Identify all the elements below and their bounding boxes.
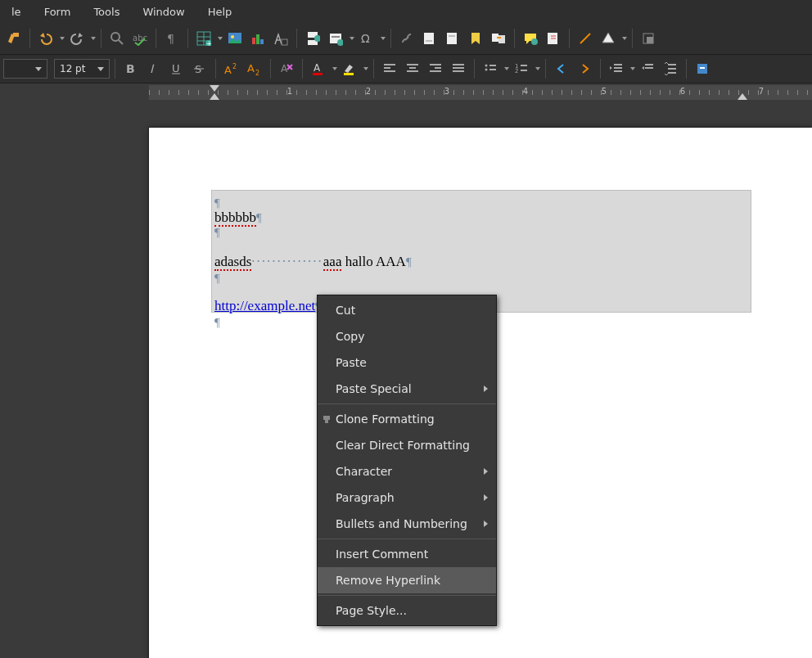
context-menu-item-page-style[interactable]: Page Style... — [318, 597, 496, 624]
context-menu-item-remove-hyperlink[interactable]: Remove Hyperlink — [318, 567, 496, 593]
ruler-number: 5 — [602, 87, 607, 96]
context-menu-item-cut[interactable]: Cut — [318, 297, 496, 323]
svg-rect-18 — [308, 40, 318, 45]
context-menu-item-paste-special[interactable]: Paste Special — [318, 376, 496, 402]
context-menu-item-label: Paragraph — [336, 491, 395, 504]
highlight-color-button[interactable] — [339, 58, 360, 79]
svg-rect-21 — [332, 36, 340, 38]
line-spacing-button[interactable] — [660, 58, 681, 79]
context-menu-item-label: Character — [336, 465, 392, 478]
ruler-number: 3 — [444, 87, 449, 96]
spellcheck-button[interactable]: abc — [129, 28, 151, 49]
increase-indent-button[interactable] — [606, 58, 627, 79]
toolbar-standard: abc ¶ + Ω — [0, 23, 812, 55]
svg-rect-78 — [697, 64, 707, 74]
ruler-number: 6 — [680, 87, 685, 96]
font-name-select[interactable] — [3, 59, 47, 79]
font-size-select[interactable]: 12 pt — [54, 59, 110, 79]
insert-endnote-button[interactable] — [442, 28, 463, 49]
insert-cross-reference-button[interactable] — [488, 28, 509, 49]
bold-button[interactable]: B — [120, 58, 142, 79]
undo-button[interactable] — [35, 28, 56, 49]
svg-text:B: B — [126, 62, 135, 75]
align-center-button[interactable] — [402, 58, 423, 79]
svg-rect-30 — [498, 35, 505, 43]
menu-bar: le Form Tools Window Help — [0, 0, 812, 23]
insert-comment-button[interactable] — [520, 28, 541, 49]
redo-button[interactable] — [66, 28, 88, 49]
context-menu-item-character[interactable]: Character — [318, 458, 496, 484]
clone-formatting-button[interactable] — [3, 28, 25, 49]
context-menu-item-insert-comment[interactable]: Insert Comment — [318, 541, 496, 567]
context-menu-item-bullets-and-numbering[interactable]: Bullets and Numbering — [318, 511, 496, 537]
strikethrough-button[interactable]: S — [189, 58, 210, 79]
svg-text:1: 1 — [515, 63, 518, 70]
svg-rect-17 — [308, 32, 318, 38]
formatting-marks-button[interactable]: ¶ — [161, 28, 183, 49]
submenu-arrow-icon — [484, 494, 488, 501]
menu-item-window[interactable]: Window — [131, 2, 196, 21]
hyperlink-line[interactable]: http://example.net¶ — [214, 298, 321, 314]
underline-button[interactable]: U — [166, 58, 187, 79]
svg-text:¶: ¶ — [167, 32, 174, 45]
context-menu-item-paste[interactable]: Paste — [318, 349, 496, 376]
paragraph-spacing-button[interactable] — [692, 58, 713, 79]
svg-rect-11 — [228, 33, 241, 43]
svg-point-12 — [231, 35, 234, 38]
track-changes-button[interactable] — [543, 28, 564, 49]
svg-point-62 — [485, 65, 488, 67]
number-list-button[interactable]: 12 — [511, 58, 532, 79]
basic-shapes-button[interactable] — [598, 28, 619, 49]
menu-item-table-truncated[interactable]: le — [0, 2, 33, 21]
bullet-list-button[interactable] — [480, 58, 501, 79]
context-menu-item-paragraph[interactable]: Paragraph — [318, 484, 496, 511]
menu-item-tools[interactable]: Tools — [82, 2, 131, 21]
horizontal-ruler[interactable]: 1234567 — [149, 85, 812, 100]
insert-chart-button[interactable] — [247, 28, 268, 49]
svg-rect-34 — [643, 34, 653, 43]
align-right-button[interactable] — [425, 58, 446, 79]
insert-line-button[interactable] — [575, 28, 596, 49]
outline-demote-button[interactable] — [574, 58, 595, 79]
insert-hyperlink-button[interactable] — [396, 28, 417, 49]
insert-special-char-button[interactable]: Ω — [356, 28, 377, 49]
insert-page-break-button[interactable] — [302, 28, 323, 49]
context-menu-item-copy[interactable]: Copy — [318, 323, 496, 349]
context-menu-item-clear-direct-formatting[interactable]: Clear Direct Formatting — [318, 432, 496, 458]
superscript-button[interactable]: A2 — [221, 58, 242, 79]
insert-footnote-button[interactable] — [419, 28, 440, 49]
menu-item-help[interactable]: Help — [196, 2, 244, 21]
subscript-button[interactable]: A2 — [244, 58, 265, 79]
align-left-button[interactable] — [379, 58, 400, 79]
font-color-button[interactable]: A — [308, 58, 329, 79]
find-replace-button[interactable] — [106, 28, 128, 49]
insert-image-button[interactable] — [224, 28, 246, 49]
draw-functions-button[interactable] — [638, 28, 659, 49]
submenu-arrow-icon — [484, 385, 488, 392]
ruler-number: 1 — [287, 87, 292, 96]
svg-text:S: S — [195, 63, 201, 75]
svg-rect-13 — [252, 38, 255, 44]
clear-formatting-button[interactable]: A — [276, 58, 297, 79]
svg-rect-27 — [447, 33, 457, 44]
svg-rect-15 — [260, 39, 264, 44]
insert-textbox-button[interactable] — [270, 28, 291, 49]
outline-promote-button[interactable] — [551, 58, 572, 79]
text-line-1[interactable]: bbbbbb¶ — [214, 210, 262, 226]
text-line-2[interactable]: adasds··············aaa hallo AAA¶ — [214, 254, 412, 270]
context-menu-item-label: Paste — [336, 356, 367, 369]
svg-point-31 — [531, 38, 538, 45]
align-justify-button[interactable] — [448, 58, 469, 79]
svg-rect-35 — [647, 37, 653, 43]
decrease-indent-button[interactable] — [637, 58, 658, 79]
italic-button[interactable]: I — [143, 58, 165, 79]
right-indent-marker[interactable] — [738, 85, 747, 100]
svg-line-33 — [580, 34, 590, 43]
insert-field-button[interactable] — [325, 28, 346, 49]
insert-table-button[interactable]: + — [193, 28, 214, 49]
context-menu-separator — [318, 403, 496, 404]
insert-bookmark-button[interactable] — [465, 28, 486, 49]
menu-item-form[interactable]: Form — [33, 2, 83, 21]
context-menu-item-clone-formatting[interactable]: Clone Formatting — [318, 406, 496, 432]
svg-text:Ω: Ω — [361, 32, 370, 45]
